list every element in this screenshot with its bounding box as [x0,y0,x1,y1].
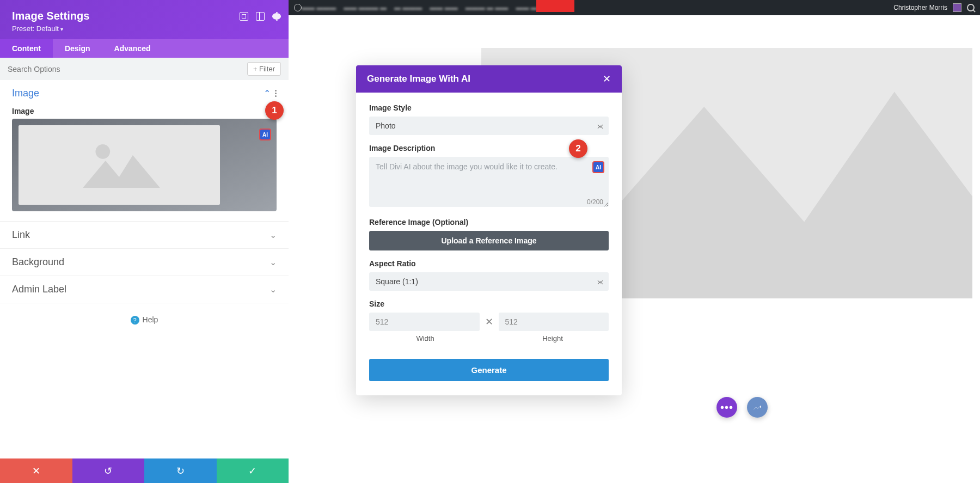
chevron-down-icon: ⌄ [270,257,277,267]
select-aspect-ratio[interactable]: Square (1:1) [369,272,609,291]
size-sublabels: Width Height [369,334,609,343]
tab-bar: Content Design Advanced [0,39,289,58]
generate-button[interactable]: Generate [369,359,609,381]
modal-body: Image Style Photo Image Description AI 0… [356,93,622,359]
ai-chip-icon[interactable]: AI [259,129,271,140]
section-head-link[interactable]: Link ⌄ [0,222,289,248]
chevron-down-icon: ⌄ [270,230,277,240]
preset-selector[interactable]: Preset: Default [12,25,277,33]
upload-reference-button[interactable]: Upload a Reference Image [369,231,609,250]
select-image-style[interactable]: Photo [369,117,609,135]
bottom-action-bar: ✕ ↺ ↻ ✓ [0,458,289,483]
section-head-background[interactable]: Background ⌄ [0,249,289,276]
section-title: Background [12,256,64,268]
image-placeholder [19,125,220,205]
label-aspect-ratio: Aspect Ratio [369,259,609,268]
annotation-1: 1 [265,101,284,120]
section-title: Link [12,229,30,241]
search-input[interactable] [8,65,247,74]
help-label: Help [143,315,158,324]
page-canvas: Generate Image With AI ✕ Image Style Pho… [289,15,980,483]
undo-button[interactable]: ↺ [72,458,145,483]
svg-marker-1 [83,155,160,188]
annotation-2: 2 [569,139,587,158]
editor-canvas-area: ▬▬ ▬▬▬▬▬ ▬▬▬ ▬▬ ▬▬▬▬▬ ▬▬▬▬▬ ▬ ▬▬▬▬ ▬ Chr… [289,0,980,483]
tab-content[interactable]: Content [0,39,53,58]
wordpress-icon[interactable] [294,4,302,11]
width-sublabel: Width [369,334,481,343]
label-reference-image: Reference Image (Optional) [369,218,609,227]
tab-design[interactable]: Design [53,39,102,58]
section-title: Image [12,88,39,99]
floating-actions: ••• [716,397,768,418]
image-description-input[interactable] [369,157,609,207]
tab-advanced[interactable]: Advanced [102,39,163,58]
svg-point-0 [95,144,110,159]
section-head-image[interactable]: Image ⌃ [0,80,289,107]
wp-bar-blurred: ▬▬ ▬▬▬▬▬ ▬▬▬ ▬▬ ▬▬▬▬▬ ▬▬▬▬▬ ▬ ▬▬▬▬ ▬ [302,4,537,11]
size-row: ✕ [369,313,609,331]
avatar[interactable] [953,3,961,12]
section-head-admin-label[interactable]: Admin Label ⌄ [0,276,289,303]
save-button[interactable]: ✓ [217,458,289,483]
section-controls: ⌃ [264,88,277,99]
header-icons [240,12,281,21]
section-background: Background ⌄ [0,249,289,276]
width-input[interactable] [369,313,480,331]
label-image-style: Image Style [369,103,609,112]
chevron-up-icon[interactable]: ⌃ [264,88,271,99]
help-row[interactable]: ?Help [0,303,289,337]
panel-title: Image Settings [12,10,277,22]
section-link: Link ⌄ [0,222,289,249]
textarea-wrap: AI 0/200 [369,157,609,209]
close-button[interactable]: ✕ [0,458,72,483]
ai-fab[interactable] [747,397,768,418]
help-icon: ? [131,316,139,325]
chevron-down-icon: ⌄ [270,284,277,295]
height-sublabel: Height [497,334,609,343]
search-icon[interactable] [967,4,975,11]
char-count: 0/200 [587,198,603,206]
kebab-icon[interactable] [275,90,277,97]
user-name[interactable]: Christopher Morris [893,4,947,11]
modal-title: Generate Image With AI [367,74,470,84]
panel-header: Image Settings Preset: Default [0,0,289,39]
ai-modal: Generate Image With AI ✕ Image Style Pho… [356,65,622,395]
label-size: Size [369,299,609,308]
ai-chip-icon[interactable]: AI [592,161,604,173]
more-fab[interactable]: ••• [716,397,737,418]
layout-icon[interactable] [256,12,265,21]
filter-button[interactable]: Filter [247,62,281,76]
field-label-image: Image [12,107,277,115]
expand-icon[interactable] [240,12,248,21]
settings-panel: Image Settings Preset: Default Content D… [0,0,289,483]
section-image: Image ⌃ Image AI [0,80,289,222]
close-icon[interactable]: ✕ [603,73,611,85]
size-separator: ✕ [485,316,493,328]
section-admin-label: Admin Label ⌄ [0,276,289,303]
height-input[interactable] [499,313,609,331]
kebab-icon[interactable] [272,12,281,21]
section-title: Admin Label [12,284,66,295]
search-row: Filter [0,58,289,80]
modal-header: Generate Image With AI ✕ [356,65,622,93]
section-body-image: Image AI [0,107,289,221]
redacted-block [536,0,574,12]
image-preview[interactable]: AI [12,119,277,211]
wp-admin-bar: ▬▬ ▬▬▬▬▬ ▬▬▬ ▬▬ ▬▬▬▬▬ ▬▬▬▬▬ ▬ ▬▬▬▬ ▬ Chr… [289,0,980,15]
generate-wrap: Generate [356,359,622,395]
redo-button[interactable]: ↻ [144,458,217,483]
wp-bar-right: Christopher Morris [893,3,975,12]
